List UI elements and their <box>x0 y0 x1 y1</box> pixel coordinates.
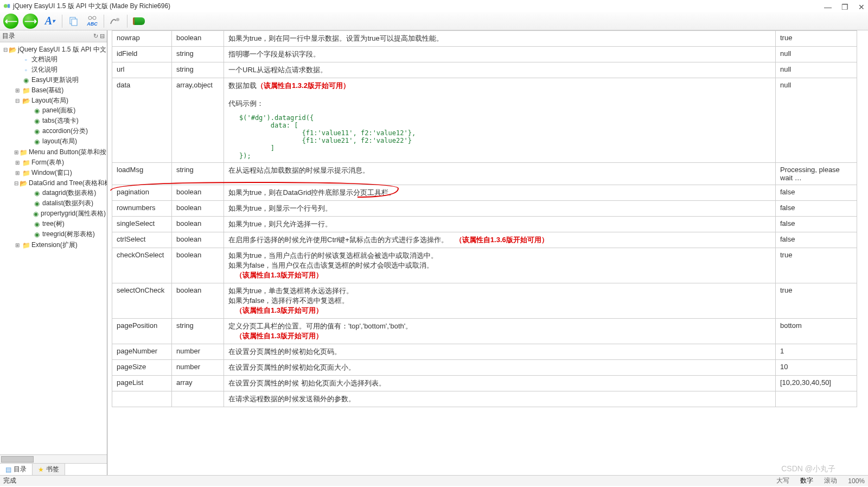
prop-type: string <box>172 163 224 185</box>
tree-group[interactable]: ⊞📁Base(基础) <box>14 86 106 95</box>
maximize-button[interactable]: ❐ <box>841 1 848 13</box>
prop-default: 10 <box>776 360 857 376</box>
tree-root-item[interactable]: ⊟📂jQuery EasyUI 1.5 版 API 中文 <box>3 45 106 54</box>
forward-button[interactable]: ⟶ <box>23 14 38 29</box>
prop-name: pagePosition <box>112 319 172 344</box>
tree-item[interactable]: ◉datalist(数据列表) <box>25 199 106 208</box>
globe-icon: ◉ <box>33 138 41 146</box>
sidebar-tools[interactable]: ↻ ⊟ <box>93 33 105 40</box>
tree-item[interactable]: ▫文档说明 <box>14 55 106 64</box>
prop-name: pagination <box>112 185 172 201</box>
minimize-button[interactable]: — <box>824 1 832 13</box>
prop-type: boolean <box>172 31 224 47</box>
svg-point-4 <box>93 16 96 20</box>
tree-item[interactable]: ◉treegrid(树形表格) <box>25 230 106 239</box>
tree[interactable]: ⊟📂jQuery EasyUI 1.5 版 API 中文▫文档说明▫汉化说明◉E… <box>0 42 107 454</box>
prop-default: true <box>776 248 857 283</box>
prop-desc: 一个URL从远程站点请求数据。 <box>224 62 776 78</box>
svg-point-3 <box>88 16 92 20</box>
tree-item[interactable]: ◉propertygrid(属性表格) <box>25 209 106 218</box>
globe-icon: ◉ <box>22 77 30 84</box>
prop-type: number <box>172 360 224 376</box>
find-button[interactable]: ABC <box>85 14 99 28</box>
prop-default: false <box>776 217 857 232</box>
folder-icon: 📂 <box>20 180 28 187</box>
folder-icon: 📁 <box>20 149 28 156</box>
prop-type: boolean <box>172 283 224 319</box>
status-bar: 完成 大写 数字 滚动 100% <box>0 475 868 486</box>
prop-type: boolean <box>172 185 224 201</box>
prop-desc: 数据加载（该属性自1.3.2版开始可用）代码示例：$('#dg').datagr… <box>224 78 776 163</box>
prop-desc: 如果为true，则在同一行中显示数据。设置为true可以提高加载性能。 <box>224 31 776 47</box>
prop-name: pageNumber <box>112 344 172 360</box>
tree-item[interactable]: ◉panel(面板) <box>25 106 106 115</box>
content[interactable]: nowrapboolean如果为true，则在同一行中显示数据。设置为true可… <box>107 30 868 475</box>
tree-group[interactable]: ⊞📁Form(表单) <box>14 158 106 167</box>
prop-default: null <box>776 47 857 62</box>
globe-icon: ◉ <box>33 117 41 125</box>
prop-desc: 如果为true，则显示一个行号列。 <box>224 201 776 217</box>
tree-group[interactable]: ⊞📁Window(窗口) <box>14 168 106 178</box>
globe-icon: ◉ <box>32 210 40 218</box>
folder-icon: 📁 <box>22 242 30 249</box>
tree-group[interactable]: ⊟📂Layout(布局) <box>14 96 106 105</box>
title-bar: jQuery EasyUI 1.5 版 API 中文版 (Made By Ric… <box>0 0 868 12</box>
copy-button[interactable] <box>67 14 81 28</box>
prop-desc: 指明哪一个字段是标识字段。 <box>224 47 776 62</box>
prop-name: pageSize <box>112 360 172 376</box>
prop-type: string <box>172 319 224 344</box>
tree-group[interactable]: ⊟📂DataGrid and Tree(表格和树 <box>14 179 106 188</box>
tree-item[interactable]: ◉accordion(分类) <box>25 127 106 136</box>
table-row: checkOnSelectboolean如果为true，当用户点击行的时候该复选… <box>112 248 857 283</box>
svg-point-6 <box>116 18 119 21</box>
table-row: pagePositionstring定义分页工具栏的位置。可用的值有：'top'… <box>112 319 857 344</box>
horizontal-scrollbar[interactable] <box>0 454 107 463</box>
prop-default: Processing, please wait … <box>776 163 857 185</box>
tools-button[interactable] <box>108 14 123 28</box>
status-scroll: 滚动 <box>824 476 837 485</box>
book-button[interactable] <box>132 14 146 28</box>
window-controls: — ❐ ✕ <box>824 1 865 13</box>
prop-default: bottom <box>776 319 857 344</box>
prop-default: true <box>776 283 857 319</box>
table-row: singleSelectboolean如果为true，则只允许选择一行。fals… <box>112 217 857 232</box>
tree-item[interactable]: ◉EasyUI更新说明 <box>14 75 106 85</box>
prop-name: data <box>112 78 172 163</box>
tree-group[interactable]: ⊞📁Menu and Button(菜单和按 <box>14 148 106 157</box>
sidebar-title: 目录 <box>2 31 15 41</box>
tree-item[interactable]: ◉tabs(选项卡) <box>25 116 106 125</box>
sidebar: 目录 ↻ ⊟ ⊟📂jQuery EasyUI 1.5 版 API 中文▫文档说明… <box>0 30 107 475</box>
tree-group[interactable]: ⊞📁Extension(扩展) <box>14 241 106 250</box>
font-button[interactable]: A▾ <box>42 14 58 29</box>
prop-name: ctrlSelect <box>112 232 172 248</box>
tree-item[interactable]: ◉layout(布局) <box>25 137 106 146</box>
prop-desc: 定义分页工具栏的位置。可用的值有：'top','bottom','both'。 … <box>224 319 776 344</box>
folder-icon: 📁 <box>22 159 30 167</box>
globe-icon: ◉ <box>33 189 41 197</box>
table-row: idFieldstring指明哪一个字段是标识字段。null <box>112 47 857 62</box>
status-num: 数字 <box>800 476 813 485</box>
prop-desc: 在设置分页属性的时候 初始化页面大小选择列表。 <box>224 376 776 391</box>
globe-icon: ◉ <box>33 128 41 135</box>
tree-item[interactable]: ◉datagrid(数据表格) <box>25 188 106 198</box>
tab-toc[interactable]: ▤目录 <box>0 464 33 475</box>
prop-default: [10,20,30,40,50] <box>776 376 857 391</box>
prop-name: selectOnCheck <box>112 283 172 319</box>
table-row: 在请求远程数据的时候发送额外的参数。 <box>112 391 857 407</box>
table-row: ctrlSelectboolean在启用多行选择的时候允许使用Ctrl键+鼠标点… <box>112 232 857 248</box>
table-row: pageListarray在设置分页属性的时候 初始化页面大小选择列表。[10,… <box>112 376 857 391</box>
toolbar: ⟵ ⟶ A▾ ABC <box>0 12 868 30</box>
tree-item[interactable]: ▫汉化说明 <box>14 65 106 74</box>
table-row: pageSizenumber在设置分页属性的时候初始化页面大小。10 <box>112 360 857 376</box>
page-icon: ▫ <box>22 56 30 64</box>
tree-item[interactable]: ◉tree(树) <box>25 219 106 229</box>
globe-icon: ◉ <box>33 220 41 228</box>
prop-type: array,object <box>172 78 224 163</box>
close-button[interactable]: ✕ <box>858 1 865 13</box>
prop-default: null <box>776 62 857 78</box>
tab-bookmark[interactable]: ★书签 <box>33 464 65 475</box>
table-row: urlstring一个URL从远程站点请求数据。null <box>112 62 857 78</box>
prop-desc: 在启用多行选择的时候允许使用Ctrl键+鼠标点击的方式进行多选操作。 （该属性自… <box>224 232 776 248</box>
back-button[interactable]: ⟵ <box>3 14 18 29</box>
prop-name: checkOnSelect <box>112 248 172 283</box>
